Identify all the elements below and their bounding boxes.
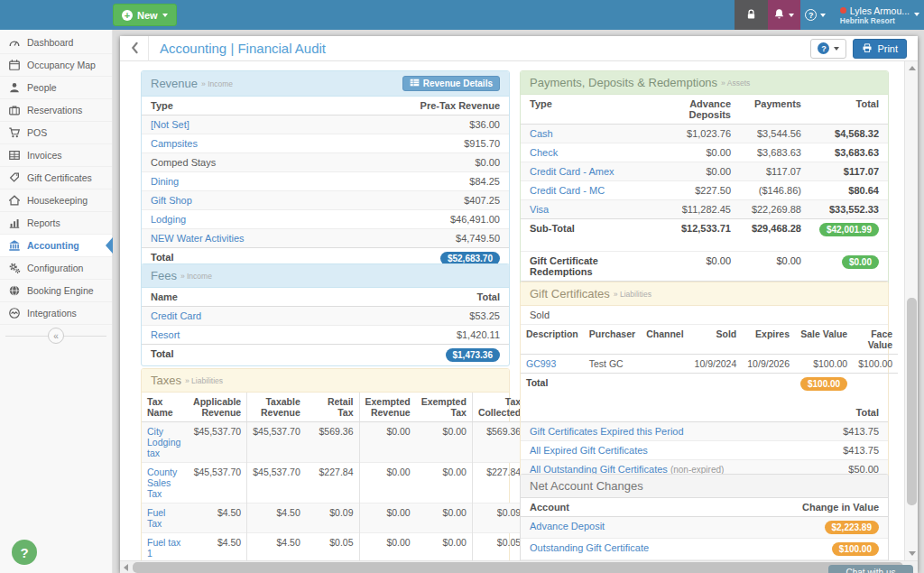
sidebar-item[interactable]: Configuration [0, 257, 112, 280]
table-row: Fuel Tax $4.50 $4.50 $0.09 $0.00 $0.00 $… [142, 504, 526, 533]
sidebar-item[interactable]: People [0, 77, 112, 99]
sidebar-item[interactable]: Reservations [0, 99, 112, 122]
row-value: $36.00 [337, 116, 509, 134]
panel-title: Net Account Changes [530, 479, 643, 493]
back-button[interactable] [120, 36, 149, 61]
user-menu[interactable]: Lyles Armou... Hebrink Resort [831, 0, 924, 30]
sidebar-item[interactable]: POS [0, 122, 112, 144]
collapse-sidebar-button[interactable]: « [48, 328, 64, 344]
scroll-down-arrow[interactable] [909, 551, 916, 556]
row-label[interactable]: Dining [151, 176, 179, 187]
row-label[interactable]: Credit Card - MC [530, 185, 605, 196]
row-value: $413.75 [814, 422, 888, 441]
sidebar-item[interactable]: Booking Engine [0, 280, 112, 302]
sidebar-item-label: Accounting [27, 240, 79, 251]
row-label[interactable]: Credit Card [151, 310, 201, 321]
sidebar-item[interactable]: Invoices [0, 144, 112, 167]
table-row: Credit Card - MC $227.50 ($146.86) $80.6… [521, 181, 888, 200]
row-label[interactable]: [Not Set] [151, 119, 189, 130]
help-menu-button[interactable]: ? [800, 0, 831, 30]
column-header: Pre-Tax Revenue [337, 97, 509, 116]
row-label[interactable]: Cash [530, 128, 553, 139]
scroll-left-arrow[interactable] [124, 564, 128, 571]
taxes-panel: Taxes » Liabilities Tax Name Applicable … [141, 368, 510, 573]
revenue-details-button[interactable]: Revenue Details [402, 76, 500, 91]
user-name: Lyles Armou... [850, 5, 910, 16]
row-label[interactable]: Advance Deposit [530, 521, 605, 531]
table-row: [Not Set] $36.00 [142, 116, 509, 134]
row-label[interactable]: Outstanding Gift Certificate [530, 542, 649, 553]
lock-icon [745, 8, 757, 23]
table-row: Dining $84.25 [142, 172, 509, 191]
lock-button[interactable] [735, 0, 768, 30]
row-label[interactable]: Visa [530, 204, 549, 215]
sidebar-item[interactable]: Integrations [0, 302, 112, 325]
sidebar-item-label: Reservations [27, 105, 82, 116]
page-title: Accounting | Financial Audit [160, 41, 326, 56]
print-button[interactable]: Print [853, 39, 907, 59]
row-label[interactable]: Fuel tax 1 [147, 537, 180, 559]
sidebar-item-label: Housekeeping [27, 195, 88, 206]
notifications-button[interactable] [768, 0, 800, 30]
sidebar-item[interactable]: Accounting [0, 235, 112, 257]
people-icon [7, 81, 21, 95]
vertical-scrollbar[interactable] [904, 61, 918, 560]
column-header: Purchaser [584, 325, 641, 355]
vertical-scrollbar-thumb[interactable] [907, 298, 917, 505]
column-header: Sold [689, 325, 743, 355]
row-label[interactable]: Fuel Tax [147, 507, 165, 529]
row-label[interactable]: City Lodging tax [147, 426, 180, 458]
column-header: Account [521, 498, 738, 517]
print-button-label: Print [877, 43, 898, 54]
column-header: Exempted Revenue [359, 393, 416, 422]
scroll-up-arrow[interactable] [909, 66, 916, 70]
table-row: Gift Certificates Expired this Period $4… [521, 422, 888, 441]
help-fab-button[interactable]: ? [12, 540, 37, 565]
change-badge: $2,223.89 [825, 521, 880, 534]
sidebar: Dashboard Occupancy Map People Reservati… [0, 30, 113, 573]
table-row: Gift Shop $407.25 [142, 191, 509, 210]
fees-panel: Fees » Income Name Total Credit Card $53… [141, 263, 510, 366]
horizontal-scrollbar-thumb[interactable] [133, 562, 903, 573]
row-label[interactable]: Credit Card - Amex [530, 166, 614, 177]
row-label[interactable]: Gift Certificates Expired this Period [530, 426, 684, 437]
row-value: $53.25 [320, 307, 509, 326]
row-label[interactable]: Resort [151, 329, 180, 340]
gc-link[interactable]: GC993 [526, 358, 556, 369]
sidebar-item[interactable]: Dashboard [0, 32, 112, 54]
column-header: Applicable Revenue [188, 393, 247, 422]
row-label[interactable]: Gift Shop [151, 195, 192, 206]
table-icon [410, 79, 420, 88]
table-row: Outstanding Gift Certificate $100.00 [521, 539, 888, 560]
row-label[interactable]: Campsites [151, 138, 198, 149]
column-header: Channel [641, 325, 688, 355]
row-label[interactable]: NEW Water Activities [151, 233, 245, 244]
horizontal-scrollbar[interactable] [120, 560, 918, 573]
new-button[interactable]: + New [113, 4, 177, 26]
table-row: NEW Water Activities $4,749.50 [142, 229, 509, 248]
chevron-down-icon [834, 47, 839, 51]
sidebar-item[interactable]: Housekeeping [0, 189, 112, 212]
occupancy-map-icon [7, 59, 21, 72]
sidebar-item-label: Gift Certificates [27, 172, 92, 183]
row-label[interactable]: Check [530, 147, 558, 158]
row-label[interactable]: All Expired Gift Certificates [530, 445, 648, 456]
sidebar-item-label: People [27, 82, 57, 93]
column-header: Tax Name [142, 393, 188, 422]
revenue-panel-header: Revenue » Income Revenue Details [142, 71, 509, 97]
revenue-panel: Revenue » Income Revenue Details Type Pr… [141, 70, 510, 270]
sidebar-item[interactable]: Gift Certificates [0, 167, 112, 189]
table-row: Advance Deposit $2,223.89 [521, 517, 888, 539]
chevron-left-icon [130, 42, 139, 56]
row-label[interactable]: Lodging [151, 214, 186, 225]
chat-tab[interactable]: Chat with us [828, 565, 913, 573]
column-header: Change in Value [738, 498, 888, 517]
sidebar-item[interactable]: Occupancy Map [0, 54, 112, 77]
total-badge: $100.00 [800, 377, 847, 391]
sidebar-item[interactable]: Reports [0, 212, 112, 235]
row-value: $46,491.00 [337, 210, 509, 229]
active-marker [106, 237, 113, 254]
change-badge: $100.00 [832, 542, 879, 556]
row-label[interactable]: County Sales Tax [147, 467, 177, 499]
help-dropdown-button[interactable]: ? [810, 39, 846, 59]
